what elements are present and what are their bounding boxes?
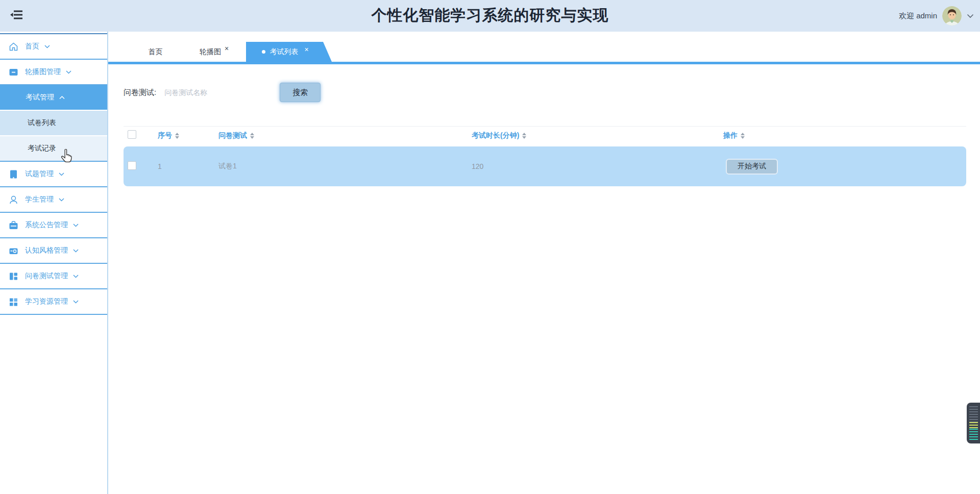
sidebar-item-exam-management[interactable]: 考试管理 [0, 85, 107, 111]
sidebar-item-learning-resource-management[interactable]: 学习资源管理 [0, 289, 107, 315]
chevron-down-icon [59, 198, 64, 202]
sidebar-item-label: 试题管理 [25, 169, 54, 179]
search-section: 问卷测试: 搜索 [124, 83, 980, 102]
tab-label: 轮播图 [200, 47, 221, 57]
avatar-image [942, 6, 962, 26]
tab-label: 首页 [149, 47, 163, 57]
chevron-down-icon [73, 249, 79, 253]
tab-underline [108, 62, 980, 64]
user-menu-chevron-icon[interactable] [967, 14, 974, 18]
column-header-seq[interactable]: 序号 [156, 131, 216, 140]
notebook-icon [9, 169, 18, 179]
user-icon [9, 195, 18, 205]
sort-icon[interactable] [741, 133, 745, 139]
sidebar-item-carousel-management[interactable]: 轮播图管理 [0, 60, 107, 85]
sidebar-item-label: 学习资源管理 [25, 297, 68, 306]
search-input[interactable] [164, 84, 272, 101]
welcome-text: 欢迎 admin [899, 11, 937, 21]
sidebar-item-paper-list[interactable]: 试卷列表 [0, 111, 107, 136]
sort-icon[interactable] [175, 133, 179, 139]
sort-icon[interactable] [522, 133, 526, 139]
browser-extension-widget[interactable] [967, 403, 980, 443]
sidebar-item-home[interactable]: 首页 [0, 34, 107, 60]
tab-exam-list[interactable]: 考试列表 × [246, 42, 332, 62]
sidebar-item-label: 考试记录 [28, 144, 56, 153]
main-content: 首页 轮播图 × 考试列表 × 问卷测试: 搜索 序号 问卷测试 [108, 32, 980, 494]
sidebar-menu: 首页 轮播图管理 考试管理 试卷列表 考试记录 [0, 33, 107, 315]
chevron-down-icon [59, 172, 64, 176]
sidebar-item-label: 轮播图管理 [25, 67, 61, 77]
page-title: 个性化智能学习系统的研究与实现 [0, 5, 980, 26]
chevron-down-icon [73, 300, 79, 304]
tab-label: 考试列表 [270, 47, 298, 57]
sidebar-item-questionnaire-management[interactable]: 问卷测试管理 [0, 264, 107, 289]
cell-quiz: 试卷1 [216, 162, 470, 171]
sidebar-item-label: 试卷列表 [28, 118, 56, 128]
start-exam-button[interactable]: 开始考试 [726, 159, 778, 175]
close-icon[interactable]: × [225, 44, 229, 53]
search-label: 问卷测试: [124, 88, 156, 97]
sidebar-item-cognitive-style-management[interactable]: 认知风格管理 [0, 238, 107, 264]
chevron-up-icon [59, 96, 65, 100]
sidebar-item-label: 问卷测试管理 [25, 271, 68, 281]
search-button[interactable]: 搜索 [280, 83, 321, 102]
table-row[interactable]: 1 试卷1 120 开始考试 [124, 146, 966, 186]
sidebar-item-question-management[interactable]: 试题管理 [0, 162, 107, 187]
chevron-down-icon [66, 70, 71, 74]
home-icon [9, 42, 18, 52]
active-tab-dot [262, 50, 265, 54]
sort-icon[interactable] [250, 133, 254, 139]
sidebar-item-exam-records[interactable]: 考试记录 [0, 136, 107, 162]
row-checkbox[interactable] [128, 161, 136, 170]
tab-carousel[interactable]: 轮播图 × [182, 42, 246, 62]
sidebar-item-announcement-management[interactable]: 系统公告管理 [0, 213, 107, 238]
exam-table: 序号 问卷测试 考试时长(分钟) 操作 1 试卷1 120 开始考试 [124, 126, 966, 186]
sidebar-item-label: 学生管理 [25, 195, 54, 204]
layout-grid-icon [9, 271, 18, 281]
widget-stripes-gray [969, 406, 978, 422]
app-header: 个性化智能学习系统的研究与实现 欢迎 admin [0, 0, 980, 32]
chevron-down-icon [73, 275, 79, 278]
sidebar-item-student-management[interactable]: 学生管理 [0, 187, 107, 213]
carousel-icon [9, 67, 18, 77]
camera-icon [9, 246, 18, 256]
avatar[interactable] [942, 6, 962, 26]
column-header-duration[interactable]: 考试时长(分钟) [470, 131, 721, 140]
column-header-action[interactable]: 操作 [721, 131, 966, 140]
close-icon[interactable]: × [304, 45, 308, 54]
sidebar: 首页 轮播图管理 考试管理 试卷列表 考试记录 [0, 32, 108, 494]
cell-seq: 1 [156, 162, 216, 170]
sidebar-item-label: 考试管理 [26, 93, 54, 102]
chevron-down-icon [44, 45, 50, 48]
column-header-quiz[interactable]: 问卷测试 [216, 131, 470, 140]
sidebar-item-label: 系统公告管理 [25, 220, 68, 230]
user-menu[interactable]: 欢迎 admin [899, 0, 974, 32]
sidebar-item-label: 认知风格管理 [25, 246, 68, 255]
table-header-row: 序号 问卷测试 考试时长(分钟) 操作 [124, 126, 966, 144]
briefcase-icon [9, 220, 18, 230]
chevron-down-icon [73, 224, 79, 227]
widget-stripes-yellow [969, 422, 978, 429]
select-all-checkbox[interactable] [128, 130, 136, 139]
tab-bar: 首页 轮播图 × 考试列表 × [108, 32, 980, 62]
cell-duration: 120 [470, 162, 721, 170]
widget-stripes-teal [969, 429, 978, 440]
sidebar-item-label: 首页 [25, 42, 39, 51]
tab-home[interactable]: 首页 [129, 42, 182, 62]
grid-icon [9, 297, 18, 307]
